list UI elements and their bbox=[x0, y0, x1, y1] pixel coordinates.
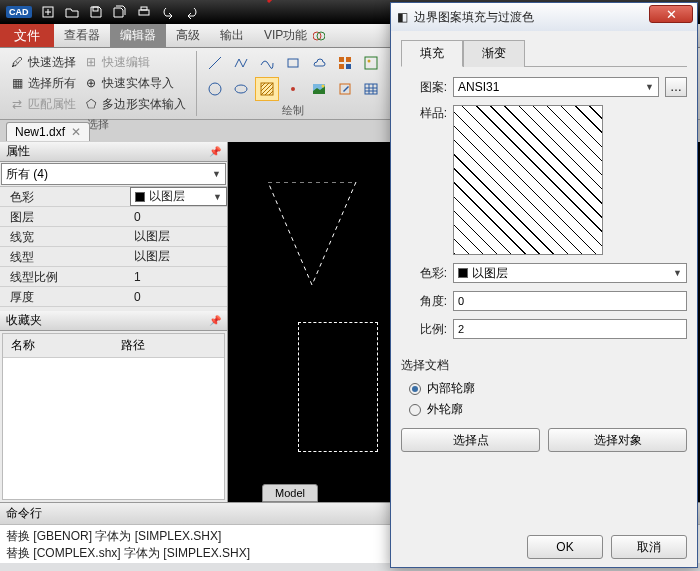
hatch-tool[interactable] bbox=[255, 77, 279, 101]
tab-fill[interactable]: 填充 bbox=[401, 40, 463, 67]
color-value: 以图层 bbox=[472, 265, 508, 282]
svg-rect-9 bbox=[288, 59, 298, 67]
point-tool[interactable] bbox=[281, 77, 305, 101]
pick-point-button[interactable]: 选择点 bbox=[401, 428, 540, 452]
pick-button-row: 选择点 选择对象 bbox=[401, 428, 687, 452]
svg-point-26 bbox=[322, 85, 325, 88]
prop-k: 线型 bbox=[0, 247, 130, 266]
svg-rect-11 bbox=[346, 57, 351, 62]
cancel-button[interactable]: 取消 bbox=[611, 535, 687, 559]
color-swatch-icon bbox=[458, 268, 468, 278]
svg-line-19 bbox=[261, 83, 265, 87]
color-select[interactable]: 以图层▼ bbox=[453, 263, 687, 283]
dialog-icon: ◧ bbox=[397, 10, 408, 24]
ok-button[interactable]: OK bbox=[527, 535, 603, 559]
angle-input[interactable] bbox=[453, 291, 687, 311]
redo-icon[interactable] bbox=[184, 5, 200, 19]
quick-edit-button[interactable]: ⊞快速编辑 bbox=[84, 53, 186, 71]
pattern-select[interactable]: ANSI31▼ bbox=[453, 77, 659, 97]
pin-icon[interactable]: 📌 bbox=[209, 146, 221, 157]
svg-rect-12 bbox=[339, 64, 344, 69]
svg-marker-35 bbox=[268, 182, 356, 285]
ribbon-select-group: 🖊快速选择 ▦选择所有 ⇄匹配属性 bbox=[6, 51, 80, 115]
pick-object-button[interactable]: 选择对象 bbox=[548, 428, 687, 452]
quick-edit-icon: ⊞ bbox=[84, 55, 98, 69]
radio-icon bbox=[409, 383, 421, 395]
svg-rect-5 bbox=[141, 7, 147, 10]
draw-tool-grid bbox=[203, 51, 383, 101]
sample-label: 样品: bbox=[401, 105, 447, 122]
menu-output[interactable]: 输出 bbox=[210, 24, 254, 47]
match-props-button[interactable]: ⇄匹配属性 bbox=[10, 95, 76, 113]
image-tool[interactable] bbox=[307, 77, 331, 101]
left-panel: 属性📌 所有 (4)▼ 色彩以图层▼ 图层0 线宽以图层 线型以图层 线型比例1… bbox=[0, 142, 228, 502]
quick-select-button[interactable]: 🖊快速选择 bbox=[10, 53, 76, 71]
menu-editor[interactable]: 编辑器 bbox=[110, 24, 166, 47]
radio-outer[interactable]: 外轮廓 bbox=[401, 399, 687, 420]
doc-tab[interactable]: New1.dxf✕ bbox=[6, 122, 90, 141]
table-tool[interactable] bbox=[359, 77, 383, 101]
svg-rect-28 bbox=[365, 84, 377, 94]
fav-panel-head: 收藏夹📌 bbox=[0, 311, 227, 331]
menu-vip[interactable]: VIP功能 bbox=[254, 24, 335, 47]
prop-row-layer[interactable]: 图层0 bbox=[0, 207, 227, 227]
pattern-browse-button[interactable]: … bbox=[665, 77, 687, 97]
polyline-tool[interactable] bbox=[229, 51, 253, 75]
hatch-dialog: ◧ 边界图案填充与过渡色 ✕ 填充 渐变 图案: ANSI31▼ … 样品: 色… bbox=[390, 2, 698, 568]
print-icon[interactable] bbox=[136, 5, 152, 19]
prop-row-linetype[interactable]: 线型以图层 bbox=[0, 247, 227, 267]
prop-v: 1 bbox=[130, 267, 227, 286]
open-icon[interactable] bbox=[64, 5, 80, 19]
fav-col-path: 路径 bbox=[113, 334, 153, 357]
svg-rect-4 bbox=[139, 10, 149, 15]
color-swatch-icon bbox=[135, 192, 145, 202]
undo-icon[interactable] bbox=[160, 5, 176, 19]
tab-gradient[interactable]: 渐变 bbox=[463, 40, 525, 67]
select-all-label: 选择所有 bbox=[28, 75, 76, 92]
color-row: 色彩: 以图层▼ bbox=[401, 263, 687, 283]
line-tool[interactable] bbox=[203, 51, 227, 75]
vip-icon bbox=[313, 30, 325, 42]
menu-advanced[interactable]: 高级 bbox=[166, 24, 210, 47]
menu-viewer[interactable]: 查看器 bbox=[54, 24, 110, 47]
prop-k: 图层 bbox=[0, 207, 130, 226]
saveall-icon[interactable] bbox=[112, 5, 128, 19]
dialog-tabs: 填充 渐变 bbox=[401, 39, 687, 67]
entity-import-button[interactable]: ⊕快速实体导入 bbox=[84, 74, 186, 92]
polygon-input-button[interactable]: ⬠多边形实体输入 bbox=[84, 95, 186, 113]
cloud-tool[interactable] bbox=[307, 51, 331, 75]
radio-inner[interactable]: 内部轮廓 bbox=[401, 378, 687, 399]
prop-k: 线宽 bbox=[0, 227, 130, 246]
select-all-button[interactable]: ▦选择所有 bbox=[10, 74, 76, 92]
save-icon[interactable] bbox=[88, 5, 104, 19]
prop-row-thickness[interactable]: 厚度0 bbox=[0, 287, 227, 307]
prop-row-ltscale[interactable]: 线型比例1 bbox=[0, 267, 227, 287]
close-tab-icon[interactable]: ✕ bbox=[71, 125, 81, 139]
spline-tool[interactable] bbox=[255, 51, 279, 75]
pin-icon[interactable]: 📌 bbox=[209, 315, 221, 326]
pattern-row: 图案: ANSI31▼ … bbox=[401, 77, 687, 97]
image-insert-tool[interactable] bbox=[359, 51, 383, 75]
ellipse-tool[interactable] bbox=[229, 77, 253, 101]
prop-row-lineweight[interactable]: 线宽以图层 bbox=[0, 227, 227, 247]
rect-tool[interactable] bbox=[281, 51, 305, 75]
prop-k: 线型比例 bbox=[0, 267, 130, 286]
scale-row: 比例: bbox=[401, 319, 687, 339]
prop-v[interactable]: 以图层▼ bbox=[130, 187, 227, 206]
selection-dropdown[interactable]: 所有 (4)▼ bbox=[1, 163, 226, 185]
circle-tool[interactable] bbox=[203, 77, 227, 101]
chevron-down-icon: ▼ bbox=[645, 82, 654, 92]
edit-block-tool[interactable] bbox=[333, 77, 357, 101]
model-tab[interactable]: Model bbox=[262, 484, 318, 502]
prop-row-color[interactable]: 色彩以图层▼ bbox=[0, 187, 227, 207]
file-menu[interactable]: 文件 bbox=[0, 24, 54, 47]
prop-v: 以图层 bbox=[130, 227, 227, 246]
rectangle-shape bbox=[298, 322, 378, 452]
dialog-close-button[interactable]: ✕ bbox=[649, 5, 693, 23]
new-icon[interactable] bbox=[40, 5, 56, 19]
svg-point-17 bbox=[235, 85, 247, 93]
scale-input[interactable] bbox=[453, 319, 687, 339]
prop-v: 0 bbox=[130, 207, 227, 226]
block-tool[interactable] bbox=[333, 51, 357, 75]
doc-tab-label: New1.dxf bbox=[15, 125, 65, 139]
